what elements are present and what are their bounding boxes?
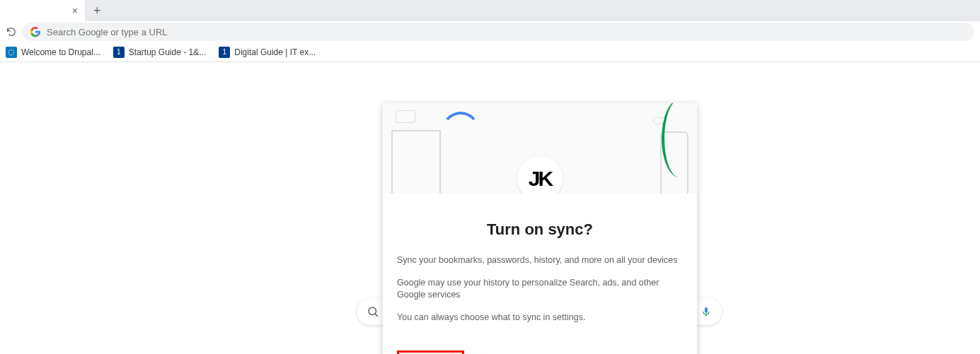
bookmark-label: Welcome to Drupal...: [21, 47, 100, 57]
bookmark-startup-guide[interactable]: 1 Startup Guide - 1&...: [113, 47, 206, 58]
dialog-description-3: You can always choose what to sync in se…: [397, 312, 683, 324]
svg-point-0: [369, 307, 376, 315]
close-tab-icon[interactable]: ×: [72, 5, 78, 16]
card-icon: [396, 110, 415, 123]
new-tab-button[interactable]: +: [93, 4, 101, 18]
dialog-hero: JK: [383, 103, 697, 194]
highlight-box: Settings: [397, 350, 464, 354]
bookmarks-bar: ◌ Welcome to Drupal... 1 Startup Guide -…: [0, 42, 980, 62]
avatar: JK: [517, 156, 563, 194]
bookmark-label: Startup Guide - 1&...: [129, 47, 206, 57]
tab-strip: × +: [0, 0, 980, 21]
decorative-arc-icon: [662, 103, 697, 177]
ionos-icon: 1: [219, 47, 230, 58]
reload-icon[interactable]: [6, 26, 17, 37]
new-tab-page: Drupal Sign in Web Store Add shortcut JK…: [0, 62, 980, 354]
decorative-arc-icon: [439, 112, 482, 161]
dialog-description-2: Google may use your history to personali…: [397, 277, 683, 302]
svg-line-1: [375, 314, 378, 317]
browser-tab[interactable]: ×: [0, 0, 85, 21]
dialog-actions: Settings Yes, I'm in Cancel: [383, 341, 697, 354]
search-icon: [367, 305, 379, 318]
toolbar: [0, 21, 980, 42]
laptop-icon: [391, 130, 441, 194]
sync-dialog: JK Turn on sync? Sync your bookmarks, pa…: [383, 103, 697, 354]
ionos-icon: 1: [113, 47, 125, 58]
drupal-icon: ◌: [6, 47, 17, 58]
search-input[interactable]: [47, 27, 967, 37]
mic-icon[interactable]: [701, 305, 712, 319]
bookmark-drupal[interactable]: ◌ Welcome to Drupal...: [6, 47, 100, 58]
omnibox[interactable]: [23, 23, 974, 41]
dialog-body: Turn on sync? Sync your bookmarks, passw…: [383, 194, 697, 341]
bookmark-digital-guide[interactable]: 1 Digital Guide | IT ex...: [219, 47, 316, 58]
bookmark-label: Digital Guide | IT ex...: [234, 47, 316, 57]
dialog-description-1: Sync your bookmarks, passwords, history,…: [397, 254, 683, 267]
dialog-title: Turn on sync?: [397, 220, 683, 239]
google-g-icon: [30, 26, 41, 37]
